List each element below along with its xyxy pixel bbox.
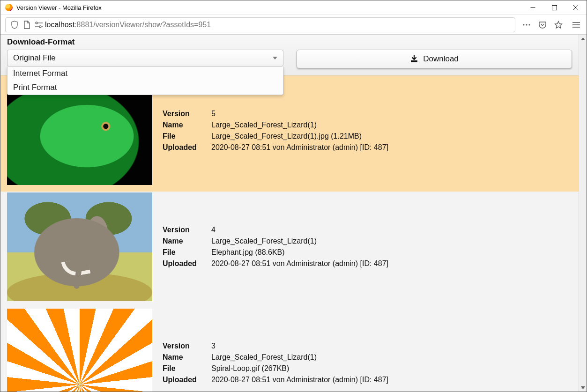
download-toolbar: Download-Format Original File Internet F… (0, 35, 579, 75)
svg-point-7 (39, 26, 41, 28)
meta-row-uploaded: Uploaded2020-08-27 08:51 von Administrat… (163, 258, 388, 269)
download-format-selected-text: Original File (13, 53, 56, 63)
download-format-options: Internet Format Print Format (7, 67, 283, 95)
page-content: Download-Format Original File Internet F… (0, 35, 579, 392)
url-path: :8881/versionViewer/show?assetIds=951 (74, 21, 211, 29)
meta-row-name: NameLarge_Scaled_Forest_Lizard(1) (163, 236, 388, 247)
chevron-down-icon (273, 57, 277, 59)
meta-value: Large_Scaled_Forest_Lizard(1).jpg (1.21M… (211, 132, 362, 141)
firefox-icon (5, 4, 13, 11)
scroll-up-arrow[interactable] (579, 35, 587, 43)
url-host: localhost (45, 21, 74, 29)
svg-point-11 (526, 24, 527, 25)
version-thumbnail[interactable] (7, 192, 152, 301)
window-title: Version Viewer - Mozilla Firefox (16, 4, 102, 11)
download-icon (410, 55, 418, 63)
download-format-selected[interactable]: Original File (7, 50, 283, 67)
url-text[interactable]: localhost:8881/versionViewer/show?assetI… (45, 21, 512, 29)
permissions-icon[interactable] (33, 19, 45, 31)
meta-row-uploaded: Uploaded2020-08-27 08:51 von Administrat… (163, 142, 388, 153)
meta-label: Uploaded (163, 259, 211, 268)
bookmark-star-icon[interactable] (551, 17, 566, 32)
meta-value: 2020-08-27 08:51 von Administrator (admi… (211, 143, 388, 152)
meta-label: Name (163, 237, 211, 245)
svg-rect-1 (552, 5, 557, 10)
meta-label: File (163, 248, 211, 257)
meta-row-file: FileSpiral-Loop.gif (267KB) (163, 363, 388, 374)
version-thumbnail[interactable] (7, 309, 152, 392)
scroll-down-arrow[interactable] (579, 384, 587, 392)
page-icon[interactable] (21, 19, 33, 31)
meta-label: Version (163, 342, 211, 350)
meta-label: File (163, 364, 211, 373)
meta-value: Large_Scaled_Forest_Lizard(1) (211, 237, 317, 245)
svg-marker-17 (581, 37, 585, 40)
meta-label: Uploaded (163, 376, 211, 384)
page-actions-button[interactable] (519, 17, 534, 32)
svg-point-10 (523, 24, 524, 25)
version-row[interactable]: Version3NameLarge_Scaled_Forest_Lizard(1… (0, 308, 579, 392)
meta-row-name: NameLarge_Scaled_Forest_Lizard(1) (163, 352, 388, 363)
meta-row-version: Version3 (163, 340, 388, 352)
meta-row-file: FileElephant.jpg (88.6KB) (163, 247, 388, 258)
meta-value: Elephant.jpg (88.6KB) (211, 248, 285, 257)
format-option-print[interactable]: Print Format (7, 81, 283, 95)
version-row[interactable]: Version4NameLarge_Scaled_Forest_Lizard(1… (0, 192, 579, 308)
meta-value: 2020-08-27 08:51 von Administrator (admi… (211, 259, 388, 268)
meta-label: File (163, 132, 211, 141)
firefox-menu-button[interactable] (568, 16, 585, 33)
vertical-scrollbar[interactable] (579, 35, 587, 392)
meta-value: 5 (211, 110, 215, 118)
download-format-dropdown[interactable]: Original File Internet Format Print Form… (7, 50, 283, 67)
svg-marker-18 (581, 386, 585, 389)
pocket-icon[interactable] (535, 17, 550, 32)
meta-value: Spiral-Loop.gif (267KB) (211, 364, 289, 373)
meta-row-name: NameLarge_Scaled_Forest_Lizard(1) (163, 119, 388, 131)
version-meta: Version4NameLarge_Scaled_Forest_Lizard(1… (163, 192, 388, 269)
window-maximize-button[interactable] (543, 0, 565, 15)
meta-row-version: Version5 (163, 108, 388, 119)
meta-row-file: FileLarge_Scaled_Forest_Lizard(1).jpg (1… (163, 131, 388, 142)
meta-value: 3 (211, 342, 215, 350)
download-button[interactable]: Download (297, 50, 572, 68)
meta-value: 2020-08-27 08:51 von Administrator (admi… (211, 376, 388, 384)
window-titlebar: Version Viewer - Mozilla Firefox (0, 0, 587, 15)
shield-icon[interactable] (8, 19, 21, 31)
version-meta: Version3NameLarge_Scaled_Forest_Lizard(1… (163, 308, 388, 385)
page-viewport-wrap: Download-Format Original File Internet F… (0, 35, 587, 392)
svg-point-4 (36, 22, 37, 24)
meta-value: Large_Scaled_Forest_Lizard(1) (211, 353, 317, 362)
window-close-button[interactable] (565, 0, 587, 15)
download-button-label: Download (423, 54, 459, 64)
download-format-label: Download-Format (7, 37, 572, 47)
browser-toolbar: localhost:8881/versionViewer/show?assetI… (0, 15, 587, 35)
meta-label: Name (163, 121, 211, 129)
version-list: Version5NameLarge_Scaled_Forest_Lizard(1… (0, 75, 579, 392)
meta-label: Version (163, 226, 211, 234)
meta-value: Large_Scaled_Forest_Lizard(1) (211, 121, 317, 129)
firefox-window: Version Viewer - Mozilla Firefox (0, 0, 587, 392)
meta-label: Name (163, 353, 211, 362)
format-option-internet[interactable]: Internet Format (7, 67, 283, 81)
svg-marker-13 (555, 21, 562, 28)
meta-row-version: Version4 (163, 224, 388, 236)
meta-label: Uploaded (163, 143, 211, 152)
meta-label: Version (163, 110, 211, 118)
svg-point-12 (528, 24, 530, 25)
window-minimize-button[interactable] (522, 0, 543, 15)
address-bar[interactable]: localhost:8881/versionViewer/show?assetI… (5, 17, 515, 32)
meta-row-uploaded: Uploaded2020-08-27 08:51 von Administrat… (163, 374, 388, 385)
meta-value: 4 (211, 226, 215, 234)
